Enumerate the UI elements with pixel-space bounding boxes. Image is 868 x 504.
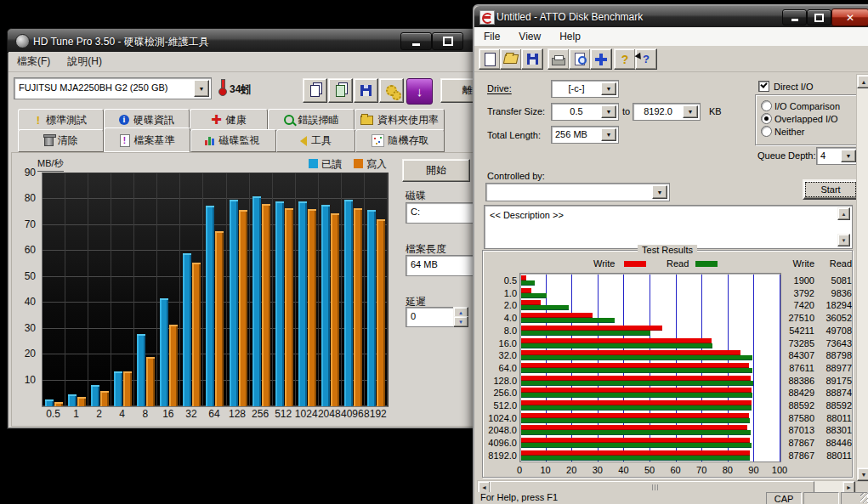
tab-label: 磁碟監視 — [219, 133, 260, 148]
tab-standard-test[interactable]: ! 標準測試 — [18, 109, 104, 131]
read-bar — [521, 368, 752, 373]
scroll-up-icon[interactable]: ▲ — [837, 207, 850, 220]
atto-titlebar[interactable]: Untitled - ATTO Disk Benchmark ✕ — [474, 6, 868, 28]
pan-button[interactable] — [590, 48, 612, 70]
transfer-from-select[interactable]: 0.5 ▼ — [551, 103, 619, 121]
dropdown-arrow-icon[interactable]: ▼ — [601, 128, 616, 141]
settings-button[interactable] — [379, 78, 404, 103]
read-bar — [183, 253, 191, 406]
row-label: 8192.0 — [483, 450, 517, 461]
legend-write-label: Write — [593, 258, 615, 269]
dropdown-arrow-icon[interactable]: ▼ — [652, 185, 667, 199]
vertical-scrollbar[interactable]: ▲ ▼ — [856, 74, 868, 482]
write-value: 88386 — [777, 376, 814, 386]
queue-depth-select[interactable]: 4 ▼ — [816, 147, 859, 165]
x-tick-label: 80 — [717, 465, 739, 475]
dropdown-arrow-icon[interactable]: ▼ — [194, 80, 209, 97]
direct-io-checkbox[interactable] — [758, 81, 769, 92]
save-screenshot-button[interactable] — [354, 78, 378, 103]
scroll-down-icon[interactable]: ▼ — [837, 234, 850, 246]
total-length-select[interactable]: 256 MB ▼ — [551, 126, 619, 144]
help-button[interactable]: ? — [614, 48, 636, 70]
save-button[interactable] — [521, 48, 543, 70]
radio-neither[interactable] — [761, 126, 772, 137]
scroll-up-button[interactable]: ▲ — [857, 75, 868, 88]
x-tick-label: 30 — [587, 465, 609, 475]
radio-io-comparison[interactable] — [761, 100, 772, 111]
write-value: 87867 — [777, 450, 814, 461]
menu-view[interactable]: View — [509, 29, 550, 44]
dropdown-arrow-icon[interactable]: ▼ — [601, 82, 616, 95]
y-tick-label: 70 — [12, 218, 36, 230]
context-help-button[interactable]: ? — [635, 48, 657, 70]
copy-image-button[interactable] — [328, 78, 353, 103]
print-button[interactable] — [547, 48, 570, 70]
close-button[interactable]: ✕ — [831, 8, 868, 26]
delay-input[interactable]: 0 — [406, 307, 455, 327]
radio-overlapped-io[interactable] — [761, 113, 772, 124]
minimize-button[interactable] — [400, 32, 432, 50]
scroll-down-button[interactable]: ▼ — [857, 467, 868, 481]
read-column-header: Read — [814, 258, 852, 269]
resize-grip[interactable] — [860, 493, 868, 503]
tab-random-access[interactable]: 隨機存取 — [355, 129, 445, 152]
tab-erase[interactable]: 清除 — [18, 129, 104, 152]
tab-error-scan[interactable]: 錯誤掃瞄 — [268, 109, 355, 131]
new-button[interactable] — [479, 48, 501, 70]
menu-help[interactable]: 說明(H) — [59, 53, 111, 71]
row-label: 1.0 — [483, 288, 517, 298]
tab-disk-monitor[interactable]: 磁碟監視 — [190, 129, 276, 152]
row-label: 4096.0 — [483, 438, 517, 448]
x-tick-label: 512 — [272, 408, 295, 420]
tab-tools[interactable]: 工具 — [276, 129, 355, 152]
read-value: 88011 — [814, 450, 852, 461]
dropdown-arrow-icon[interactable]: ▼ — [841, 150, 856, 162]
read-bar — [367, 210, 376, 406]
tab-file-benchmark[interactable]: ! 檔案基準 — [104, 127, 190, 153]
temperature-icon — [218, 79, 226, 96]
menu-help[interactable]: Help — [550, 29, 590, 44]
start-benchmark-button[interactable]: 開始 — [402, 159, 470, 182]
row-label: 32.0 — [483, 350, 517, 360]
benchmark-page-icon: ! — [120, 134, 130, 147]
x-tick-label: 10 — [535, 465, 557, 475]
hdtune-menubar: 檔案(F) 說明(H) — [9, 52, 504, 72]
open-button[interactable] — [500, 48, 522, 70]
tab-label: 錯誤掃瞄 — [298, 113, 339, 127]
dropdown-arrow-icon[interactable]: ▼ — [601, 105, 616, 118]
y-tick-label: 50 — [12, 270, 36, 282]
write-swatch — [624, 261, 646, 267]
y-tick-label: 40 — [12, 296, 36, 308]
drive-select[interactable]: [-c-] ▼ — [551, 80, 619, 98]
read-bar — [521, 305, 569, 310]
read-value: 88592 — [814, 400, 852, 411]
spin-down-button[interactable]: ▼ — [453, 316, 468, 327]
tab-folder-usage[interactable]: 資料夾使用率 — [355, 109, 445, 131]
copy-icon — [310, 85, 320, 97]
tab-health[interactable]: ✚ 健康 — [190, 109, 268, 131]
transfer-to-select[interactable]: 8192.0 ▼ — [633, 103, 701, 121]
minimize-button[interactable] — [782, 9, 807, 25]
maximize-button[interactable] — [432, 32, 463, 50]
dropdown-arrow-icon[interactable]: ▼ — [683, 105, 698, 118]
drive-label: Drive: — [487, 83, 512, 93]
x-tick-label: 16 — [156, 408, 179, 420]
print-preview-button[interactable] — [569, 48, 591, 70]
start-button[interactable]: Start — [803, 179, 859, 200]
hdtune-titlebar[interactable]: HD Tune Pro 3.50 - 硬碟檢測-維護工具 — [8, 29, 505, 53]
write-swatch — [354, 159, 363, 168]
row-label: 0.5 — [483, 275, 517, 286]
copy-button[interactable] — [303, 78, 327, 103]
io-comparison-label: I/O Comparison — [774, 101, 840, 111]
drive-select[interactable]: FUJITSU MJA2250BH G2 (250 GB) ▼ — [14, 77, 212, 99]
description-box[interactable]: << Description >> ▲ ▼ — [484, 205, 853, 249]
update-download-button[interactable]: ↓ — [406, 78, 433, 105]
menu-file[interactable]: 檔案(F) — [9, 53, 59, 71]
x-tick-label: 1 — [65, 408, 88, 420]
menu-file[interactable]: File — [474, 29, 509, 44]
row-label: 128.0 — [483, 376, 517, 386]
maximize-button[interactable] — [807, 9, 831, 25]
read-bar — [521, 343, 712, 348]
scatter-icon — [372, 134, 384, 147]
controlled-by-select[interactable]: ▼ — [485, 183, 670, 201]
